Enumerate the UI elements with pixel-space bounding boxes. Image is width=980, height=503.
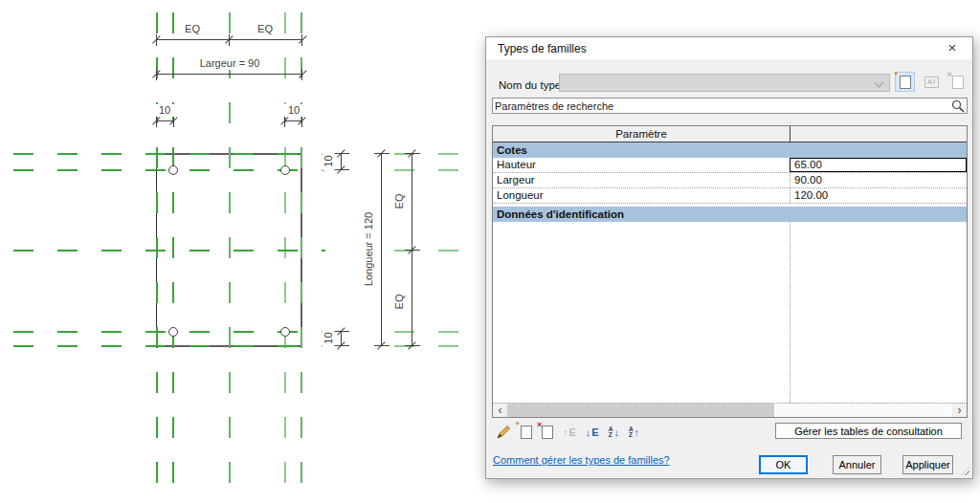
dim-extension xyxy=(405,250,420,251)
move-down-button[interactable]: ↓ E xyxy=(586,426,599,438)
width-dimension-label[interactable]: Largeur = 90 xyxy=(182,57,278,70)
reference-plane-vertical[interactable] xyxy=(156,12,158,483)
apply-button[interactable]: Appliquer xyxy=(902,455,953,474)
search-box xyxy=(492,98,968,114)
reference-plane-horizontal[interactable] xyxy=(13,250,325,252)
reference-plane-vertical[interactable] xyxy=(172,12,174,483)
star-badge-icon: * xyxy=(895,71,899,79)
param-name: Longueur xyxy=(493,188,790,203)
eq-label[interactable]: EQ xyxy=(393,192,406,211)
parameters-table: Paramètre Cotes Hauteur 65.00 Largeur 90… xyxy=(492,125,968,418)
dimension-line[interactable] xyxy=(381,153,382,346)
type-name-dropdown[interactable] xyxy=(559,74,890,92)
dim-extension xyxy=(229,34,230,46)
param-name: Largeur xyxy=(493,173,790,187)
scrollbar-thumb[interactable] xyxy=(507,404,774,417)
sort-ascending-icon: ↓ xyxy=(613,426,619,438)
handle-circle[interactable] xyxy=(168,327,178,337)
param-name: Hauteur xyxy=(493,158,790,172)
table-row: Hauteur 65.00 xyxy=(493,158,967,173)
new-parameter-button[interactable]: * xyxy=(521,426,532,439)
dialog-titlebar[interactable]: Types de familles × xyxy=(486,37,972,59)
scroll-left-icon[interactable]: ‹ xyxy=(493,404,507,417)
letter-z: Z xyxy=(609,432,613,439)
arrow-up-icon: ↑ xyxy=(563,426,568,438)
az-letters: A Z xyxy=(609,426,613,439)
table-body: Cotes Hauteur 65.00 Largeur 90.00 Longue… xyxy=(493,142,967,403)
cross-badge-icon: × xyxy=(537,421,542,429)
dim-extension xyxy=(374,345,390,346)
dim-extension xyxy=(334,153,349,154)
search-icon xyxy=(951,99,965,113)
help-link[interactable]: Comment gérer les types de familles? xyxy=(493,454,670,466)
delete-parameter-icon: × xyxy=(542,426,553,439)
rename-icon: AI xyxy=(924,77,939,88)
dim-extension xyxy=(334,169,349,170)
handle-circle[interactable] xyxy=(280,327,290,337)
arrow-down-icon: ↓ xyxy=(586,426,591,438)
sort-ascending-button[interactable]: A Z ↓ xyxy=(609,426,619,439)
eq-label[interactable]: EQ xyxy=(393,293,406,312)
reference-plane-vertical[interactable] xyxy=(301,12,302,483)
edit-parameter-button[interactable] xyxy=(496,425,511,440)
pencil-icon xyxy=(496,425,511,440)
sort-descending-icon: ↑ xyxy=(635,426,640,438)
az-letters: A Z xyxy=(629,426,634,439)
group-header-cotes[interactable]: Cotes xyxy=(493,142,967,158)
scrollbar-track[interactable] xyxy=(507,404,952,417)
value-cell-longueur[interactable]: 120.00 xyxy=(790,188,967,203)
search-input[interactable] xyxy=(495,98,952,113)
delete-type-icon: × xyxy=(952,76,964,89)
letter-z: Z xyxy=(629,432,634,439)
reference-plane-horizontal[interactable] xyxy=(13,153,325,155)
offset-dimension-label[interactable]: 10 xyxy=(323,329,335,348)
star-badge-icon: * xyxy=(516,421,520,429)
column-divider xyxy=(790,222,791,403)
handle-circle[interactable] xyxy=(168,165,178,175)
reference-plane-horizontal[interactable] xyxy=(13,345,325,347)
resize-grip[interactable] xyxy=(961,467,969,475)
dim-extension xyxy=(301,69,302,80)
length-dimension-label[interactable]: Longueur = 120 xyxy=(363,202,375,297)
new-parameter-icon: * xyxy=(521,426,532,439)
new-type-button[interactable]: * xyxy=(895,72,915,92)
dim-extension xyxy=(156,69,157,80)
dimension-line[interactable] xyxy=(156,74,302,75)
reference-plane-vertical[interactable] xyxy=(284,12,286,483)
value-input-hauteur[interactable]: 65.00 xyxy=(790,158,967,172)
move-up-label: E xyxy=(569,426,576,438)
sort-descending-button[interactable]: A Z ↑ xyxy=(629,426,639,439)
close-icon[interactable]: × xyxy=(940,38,965,57)
type-name-label: Nom du type: xyxy=(499,79,564,91)
move-down-label: E xyxy=(591,426,598,438)
table-row: Longueur 120.00 xyxy=(493,188,967,204)
delete-type-button[interactable]: × xyxy=(947,72,968,92)
dim-extension xyxy=(405,153,420,154)
handle-circle[interactable] xyxy=(280,165,290,175)
cancel-button[interactable]: Annuler xyxy=(833,455,881,474)
dim-extension xyxy=(156,34,157,46)
manage-lookup-tables-button[interactable]: Gérer les tables de consultation xyxy=(775,423,962,439)
chevron-down-icon xyxy=(875,78,884,88)
delete-parameter-button[interactable]: × xyxy=(542,426,553,439)
offset-dimension-label[interactable]: 10 xyxy=(323,152,335,171)
param-column-header[interactable]: Paramètre xyxy=(493,126,790,142)
rename-type-button[interactable]: AI xyxy=(922,72,942,92)
reference-plane-horizontal[interactable] xyxy=(394,169,465,171)
new-type-icon: * xyxy=(900,76,911,89)
cross-badge-icon: × xyxy=(947,71,952,79)
reference-plane-vertical[interactable] xyxy=(229,12,231,483)
offset-dimension-label[interactable]: 10 xyxy=(284,104,303,117)
eq-label[interactable]: EQ xyxy=(251,23,279,35)
table-row: Largeur 90.00 xyxy=(493,173,967,188)
group-header-identification[interactable]: Données d'identification xyxy=(493,207,967,222)
value-cell-largeur[interactable]: 90.00 xyxy=(790,173,967,187)
value-column-header[interactable] xyxy=(790,126,967,142)
move-up-button[interactable]: ↑ E xyxy=(563,426,576,438)
dialog-title: Types de familles xyxy=(498,42,587,55)
offset-dimension-label[interactable]: 10 xyxy=(155,104,174,117)
eq-label[interactable]: EQ xyxy=(178,23,207,35)
ok-button[interactable]: OK xyxy=(759,455,808,474)
reference-plane-horizontal[interactable] xyxy=(394,331,465,333)
scroll-right-icon[interactable]: › xyxy=(952,404,967,417)
